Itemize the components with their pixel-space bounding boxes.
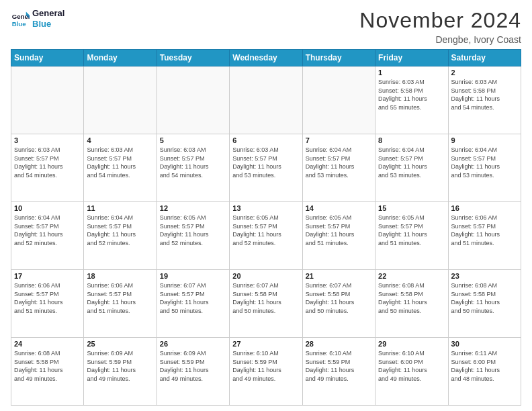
day-info: Sunrise: 6:07 AM Sunset: 5:58 PM Dayligh… [306,281,372,315]
day-number: 21 [306,272,372,280]
day-info: Sunrise: 6:03 AM Sunset: 5:57 PM Dayligh… [232,146,299,179]
calendar-week-2: 3Sunrise: 6:03 AM Sunset: 5:57 PM Daylig… [11,134,521,202]
table-row: 10Sunrise: 6:04 AM Sunset: 5:57 PM Dayli… [11,202,84,270]
day-number: 10 [14,204,81,212]
day-number: 14 [306,204,372,212]
table-row: 1Sunrise: 6:03 AM Sunset: 5:58 PM Daylig… [375,66,448,134]
header-saturday: Saturday [448,50,521,66]
logo-icon: General Blue [11,9,30,28]
day-number: 25 [87,340,153,348]
header: General Blue General Blue November 2024 … [11,8,521,45]
header-monday: Monday [84,50,157,66]
day-number: 2 [451,68,518,77]
logo: General Blue General Blue [11,8,64,29]
calendar-header-row: Sunday Monday Tuesday Wednesday Thursday… [11,50,521,66]
day-number: 28 [306,340,372,348]
day-info: Sunrise: 6:08 AM Sunset: 5:58 PM Dayligh… [14,349,81,383]
day-number: 17 [14,272,81,280]
header-tuesday: Tuesday [157,50,229,66]
day-number: 6 [232,136,299,144]
table-row: 2Sunrise: 6:03 AM Sunset: 5:58 PM Daylig… [448,66,521,134]
table-row: 17Sunrise: 6:06 AM Sunset: 5:57 PM Dayli… [11,270,84,338]
table-row: 20Sunrise: 6:07 AM Sunset: 5:58 PM Dayli… [230,270,302,338]
table-row [11,66,84,134]
day-info: Sunrise: 6:06 AM Sunset: 5:57 PM Dayligh… [87,281,153,315]
table-row: 12Sunrise: 6:05 AM Sunset: 5:57 PM Dayli… [157,202,229,270]
day-info: Sunrise: 6:10 AM Sunset: 5:59 PM Dayligh… [306,349,372,383]
day-info: Sunrise: 6:06 AM Sunset: 5:57 PM Dayligh… [451,214,518,247]
table-row [230,66,302,134]
day-number: 12 [160,204,226,212]
header-wednesday: Wednesday [230,50,302,66]
table-row: 7Sunrise: 6:04 AM Sunset: 5:57 PM Daylig… [302,134,375,202]
day-number: 27 [232,340,299,348]
day-info: Sunrise: 6:03 AM Sunset: 5:57 PM Dayligh… [14,146,81,179]
table-row [157,66,229,134]
svg-text:Blue: Blue [12,19,26,27]
day-number: 15 [378,204,445,212]
day-number: 1 [378,68,445,77]
day-info: Sunrise: 6:03 AM Sunset: 5:57 PM Dayligh… [160,146,226,179]
day-info: Sunrise: 6:08 AM Sunset: 5:58 PM Dayligh… [451,281,518,315]
day-info: Sunrise: 6:04 AM Sunset: 5:57 PM Dayligh… [87,214,153,247]
day-number: 29 [378,340,445,348]
table-row: 29Sunrise: 6:10 AM Sunset: 6:00 PM Dayli… [375,338,448,406]
header-friday: Friday [375,50,448,66]
day-info: Sunrise: 6:08 AM Sunset: 5:58 PM Dayligh… [378,281,445,315]
calendar-week-1: 1Sunrise: 6:03 AM Sunset: 5:58 PM Daylig… [11,66,521,134]
table-row: 9Sunrise: 6:04 AM Sunset: 5:57 PM Daylig… [448,134,521,202]
day-number: 11 [87,204,153,212]
calendar-week-4: 17Sunrise: 6:06 AM Sunset: 5:57 PM Dayli… [11,270,521,338]
day-info: Sunrise: 6:04 AM Sunset: 5:57 PM Dayligh… [14,214,81,247]
month-title: November 2024 [359,8,521,33]
table-row [84,66,157,134]
location: Dengbe, Ivory Coast [359,34,521,45]
table-row: 5Sunrise: 6:03 AM Sunset: 5:57 PM Daylig… [157,134,229,202]
day-info: Sunrise: 6:05 AM Sunset: 5:57 PM Dayligh… [306,214,372,247]
calendar-week-3: 10Sunrise: 6:04 AM Sunset: 5:57 PM Dayli… [11,202,521,270]
day-number: 18 [87,272,153,280]
day-info: Sunrise: 6:05 AM Sunset: 5:57 PM Dayligh… [378,214,445,247]
day-number: 22 [378,272,445,280]
table-row: 16Sunrise: 6:06 AM Sunset: 5:57 PM Dayli… [448,202,521,270]
day-info: Sunrise: 6:05 AM Sunset: 5:57 PM Dayligh… [232,214,299,247]
table-row: 28Sunrise: 6:10 AM Sunset: 5:59 PM Dayli… [302,338,375,406]
table-row: 8Sunrise: 6:04 AM Sunset: 5:57 PM Daylig… [375,134,448,202]
day-number: 7 [306,136,372,144]
day-number: 30 [451,340,518,348]
calendar-week-5: 24Sunrise: 6:08 AM Sunset: 5:58 PM Dayli… [11,338,521,406]
table-row: 22Sunrise: 6:08 AM Sunset: 5:58 PM Dayli… [375,270,448,338]
calendar-table: Sunday Monday Tuesday Wednesday Thursday… [11,49,521,406]
logo-text-general: General [32,8,64,19]
table-row: 26Sunrise: 6:09 AM Sunset: 5:59 PM Dayli… [157,338,229,406]
page: General Blue General Blue November 2024 … [0,0,532,411]
day-number: 9 [451,136,518,144]
table-row: 27Sunrise: 6:10 AM Sunset: 5:59 PM Dayli… [230,338,302,406]
table-row: 19Sunrise: 6:07 AM Sunset: 5:57 PM Dayli… [157,270,229,338]
logo-text-blue: Blue [32,19,64,30]
table-row: 23Sunrise: 6:08 AM Sunset: 5:58 PM Dayli… [448,270,521,338]
table-row: 25Sunrise: 6:09 AM Sunset: 5:59 PM Dayli… [84,338,157,406]
day-number: 26 [160,340,226,348]
day-number: 24 [14,340,81,348]
day-number: 23 [451,272,518,280]
day-info: Sunrise: 6:09 AM Sunset: 5:59 PM Dayligh… [87,349,153,383]
day-info: Sunrise: 6:05 AM Sunset: 5:57 PM Dayligh… [160,214,226,247]
day-info: Sunrise: 6:10 AM Sunset: 5:59 PM Dayligh… [232,349,299,383]
day-number: 4 [87,136,153,144]
day-info: Sunrise: 6:03 AM Sunset: 5:58 PM Dayligh… [378,78,445,111]
table-row: 3Sunrise: 6:03 AM Sunset: 5:57 PM Daylig… [11,134,84,202]
table-row: 6Sunrise: 6:03 AM Sunset: 5:57 PM Daylig… [230,134,302,202]
day-info: Sunrise: 6:07 AM Sunset: 5:58 PM Dayligh… [232,281,299,315]
day-info: Sunrise: 6:06 AM Sunset: 5:57 PM Dayligh… [14,281,81,315]
day-info: Sunrise: 6:11 AM Sunset: 6:00 PM Dayligh… [451,349,518,383]
day-number: 13 [232,204,299,212]
day-number: 19 [160,272,226,280]
day-number: 3 [14,136,81,144]
table-row: 4Sunrise: 6:03 AM Sunset: 5:57 PM Daylig… [84,134,157,202]
table-row: 30Sunrise: 6:11 AM Sunset: 6:00 PM Dayli… [448,338,521,406]
day-info: Sunrise: 6:09 AM Sunset: 5:59 PM Dayligh… [160,349,226,383]
header-thursday: Thursday [302,50,375,66]
day-info: Sunrise: 6:07 AM Sunset: 5:57 PM Dayligh… [160,281,226,315]
day-number: 8 [378,136,445,144]
